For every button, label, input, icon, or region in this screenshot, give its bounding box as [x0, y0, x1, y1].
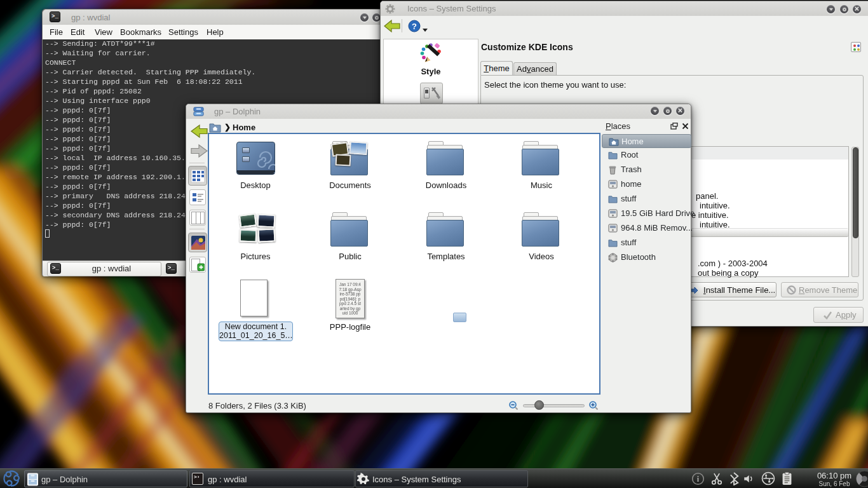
svg-text:i: i — [697, 475, 700, 484]
svg-text:?: ? — [412, 22, 417, 31]
